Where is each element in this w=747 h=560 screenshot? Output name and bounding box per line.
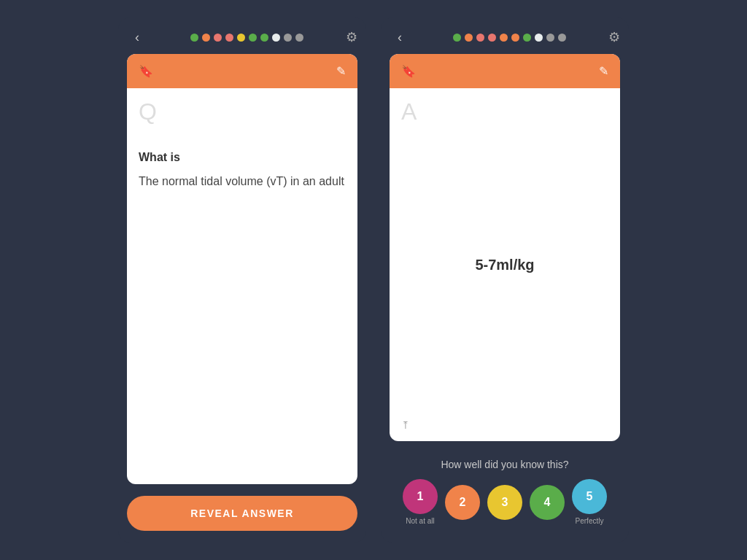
right-dot-9 bbox=[546, 34, 554, 42]
left-dot-2 bbox=[202, 34, 210, 42]
left-edit-icon[interactable]: ✎ bbox=[336, 64, 346, 78]
left-question-what: What is bbox=[139, 151, 346, 164]
chevron-up-icon[interactable]: ⤒ bbox=[401, 419, 410, 431]
right-flashcard: 🔖 ✎ A 5-7ml/kg ⤒ bbox=[390, 54, 620, 441]
left-dot-10 bbox=[295, 34, 303, 42]
rating-group-5: 5Perfectly bbox=[572, 479, 607, 525]
left-dot-3 bbox=[214, 34, 222, 42]
reveal-answer-button[interactable]: REVEAL ANSWER bbox=[127, 496, 357, 531]
left-question-body: The normal tidal volume (vT) in an adult bbox=[139, 173, 346, 190]
right-progress-dots bbox=[453, 34, 566, 42]
rating-group-3: 3 bbox=[487, 485, 522, 520]
right-card-type-label: A bbox=[401, 98, 417, 125]
right-dot-2 bbox=[465, 34, 473, 42]
left-flashcard: 🔖 ✎ Q What is The normal tidal volume (v… bbox=[127, 54, 357, 484]
rating-group-2: 2 bbox=[445, 485, 480, 520]
left-dot-7 bbox=[260, 34, 268, 42]
left-dot-1 bbox=[190, 34, 198, 42]
right-dot-6 bbox=[511, 34, 519, 42]
right-edit-icon[interactable]: ✎ bbox=[599, 64, 608, 78]
right-dot-5 bbox=[500, 34, 508, 42]
rating-button-3[interactable]: 3 bbox=[487, 485, 522, 520]
left-dot-8 bbox=[272, 34, 280, 42]
left-panel: ‹ ⚙ 🔖 ✎ Q What is The normal tidal volum… bbox=[118, 18, 366, 542]
left-progress-dots bbox=[190, 34, 303, 42]
rating-group-4: 4 bbox=[530, 485, 565, 520]
rating-label-1: Not at all bbox=[406, 517, 434, 525]
right-panel: ‹ ⚙ 🔖 ✎ A 5-7ml/kg ⤒ How well did you kn… bbox=[381, 18, 629, 542]
left-back-button[interactable]: ‹ bbox=[127, 30, 147, 45]
right-bookmark-icon[interactable]: 🔖 bbox=[401, 64, 416, 78]
right-settings-icon[interactable]: ⚙ bbox=[608, 29, 620, 45]
rating-button-4[interactable]: 4 bbox=[530, 485, 565, 520]
left-top-bar: ‹ ⚙ bbox=[127, 29, 357, 45]
left-bookmark-icon[interactable]: 🔖 bbox=[139, 64, 153, 78]
right-dot-7 bbox=[523, 34, 531, 42]
right-answer-text: 5-7ml/kg bbox=[475, 257, 534, 273]
left-card-type-label: Q bbox=[139, 98, 157, 125]
rating-buttons-row: 1Not at all2345Perfectly bbox=[403, 479, 607, 525]
rating-button-5[interactable]: 5 bbox=[572, 479, 607, 514]
right-card-header: 🔖 ✎ bbox=[390, 54, 620, 88]
rating-section: How well did you know this? 1Not at all2… bbox=[390, 453, 620, 531]
right-card-body: A 5-7ml/kg ⤒ bbox=[390, 88, 620, 441]
rating-label-5: Perfectly bbox=[576, 517, 604, 525]
right-dot-10 bbox=[558, 34, 566, 42]
left-dot-5 bbox=[237, 34, 245, 42]
rating-button-2[interactable]: 2 bbox=[445, 485, 480, 520]
right-top-bar: ‹ ⚙ bbox=[390, 29, 620, 45]
left-dot-6 bbox=[249, 34, 257, 42]
right-dot-4 bbox=[488, 34, 496, 42]
right-answer-content: 5-7ml/kg bbox=[401, 100, 608, 429]
right-dot-3 bbox=[476, 34, 484, 42]
right-back-button[interactable]: ‹ bbox=[390, 30, 410, 45]
rating-group-1: 1Not at all bbox=[403, 479, 438, 525]
rating-question-label: How well did you know this? bbox=[441, 459, 568, 470]
left-settings-icon[interactable]: ⚙ bbox=[346, 29, 357, 45]
left-card-header: 🔖 ✎ bbox=[127, 54, 357, 88]
left-dot-9 bbox=[284, 34, 292, 42]
right-dot-1 bbox=[453, 34, 461, 42]
left-dot-4 bbox=[225, 34, 233, 42]
left-card-body: Q What is The normal tidal volume (vT) i… bbox=[127, 88, 357, 484]
right-dot-8 bbox=[535, 34, 543, 42]
rating-button-1[interactable]: 1 bbox=[403, 479, 438, 514]
left-card-content: What is The normal tidal volume (vT) in … bbox=[139, 144, 346, 198]
